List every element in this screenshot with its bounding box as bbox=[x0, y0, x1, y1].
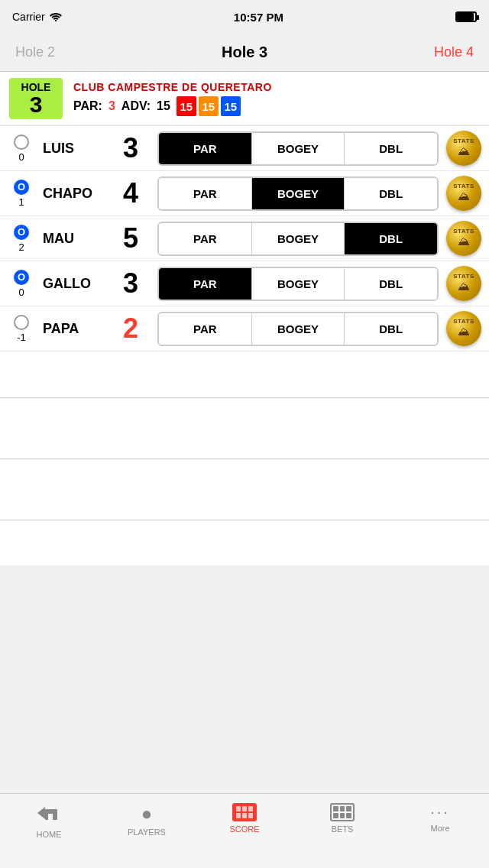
player-name-col-chapo: CHAPO bbox=[43, 186, 104, 202]
player-name-col-mau: MAU bbox=[43, 231, 104, 247]
wifi-icon bbox=[50, 12, 62, 21]
home-arrow-icon bbox=[37, 805, 60, 821]
empty-area bbox=[0, 351, 489, 565]
player-left-chapo: O 1 bbox=[8, 180, 35, 208]
tab-bets-label: BETS bbox=[332, 824, 354, 834]
bets-icon bbox=[330, 803, 355, 821]
score-buttons-luis[interactable]: PAR BOGEY DBL bbox=[157, 131, 439, 166]
stats-coin-chapo[interactable]: STATS ⛰ bbox=[446, 176, 481, 211]
hole-badge: HOLE 3 bbox=[9, 78, 63, 119]
bogey-button-luis[interactable]: BOGEY bbox=[252, 133, 345, 164]
player-strokes-luis: 3 bbox=[112, 132, 150, 164]
adv-value: 15 bbox=[157, 99, 170, 113]
player-indicator-luis bbox=[14, 134, 29, 150]
tab-score[interactable]: SCORE bbox=[196, 800, 293, 834]
par-button-chapo[interactable]: PAR bbox=[159, 178, 252, 209]
adv-box-blue: 15 bbox=[221, 96, 241, 116]
player-score-diff-papa: -1 bbox=[17, 332, 26, 343]
bogey-button-papa[interactable]: BOGEY bbox=[252, 313, 345, 345]
stats-label-luis: STATS bbox=[453, 138, 474, 144]
player-indicator-gallo: O bbox=[14, 270, 29, 285]
status-bar: Carrier 10:57 PM bbox=[0, 0, 489, 34]
score-buttons-gallo[interactable]: PAR BOGEY DBL bbox=[157, 267, 439, 301]
stats-icon-luis: ⛰ bbox=[458, 144, 470, 158]
stats-label-papa: STATS bbox=[453, 319, 474, 325]
stats-label-mau: STATS bbox=[453, 228, 474, 235]
player-name-chapo: CHAPO bbox=[43, 186, 104, 202]
player-strokes-gallo: 3 bbox=[112, 267, 150, 300]
bogey-button-chapo[interactable]: BOGEY bbox=[252, 178, 345, 209]
player-score-diff-luis: 0 bbox=[18, 151, 24, 163]
stats-coin-papa[interactable]: STATS ⛰ bbox=[446, 311, 481, 346]
status-time: 10:57 PM bbox=[234, 11, 283, 24]
stats-label-gallo: STATS bbox=[453, 274, 474, 280]
player-score-diff-chapo: 1 bbox=[18, 196, 24, 208]
player-strokes-papa: 2 bbox=[112, 313, 150, 345]
player-left-mau: O 2 bbox=[8, 225, 35, 253]
stats-coin-gallo[interactable]: STATS ⛰ bbox=[446, 266, 481, 301]
player-name-papa: PAPA bbox=[43, 321, 104, 337]
player-left-gallo: O 0 bbox=[8, 270, 35, 298]
score-buttons-chapo[interactable]: PAR BOGEY DBL bbox=[157, 177, 439, 211]
tab-more[interactable]: ··· More bbox=[391, 800, 489, 833]
current-hole-label: Hole 3 bbox=[222, 44, 267, 61]
tab-bets[interactable]: BETS bbox=[293, 800, 391, 834]
tab-players[interactable]: ● PLAYERS bbox=[98, 800, 196, 837]
player-name-gallo: GALLO bbox=[43, 276, 104, 292]
par-button-luis[interactable]: PAR bbox=[159, 133, 252, 164]
player-strokes-mau: 5 bbox=[112, 222, 150, 254]
divider-3 bbox=[0, 520, 489, 520]
tab-home[interactable]: HOME bbox=[0, 800, 98, 839]
prev-hole-button[interactable]: Hole 2 bbox=[15, 44, 55, 60]
more-icon: ··· bbox=[430, 803, 450, 821]
par-label: PAR: bbox=[73, 99, 102, 113]
dbl-button-papa[interactable]: DBL bbox=[345, 313, 437, 345]
player-row-chapo: O 1 CHAPO 4 PAR BOGEY DBL STATS ⛰ bbox=[0, 171, 489, 216]
bogey-button-mau[interactable]: BOGEY bbox=[252, 223, 345, 254]
stats-icon-gallo: ⛰ bbox=[458, 280, 470, 293]
par-adv-row: PAR: 3 ADV: 15 15 15 15 bbox=[73, 96, 272, 116]
battery-icon bbox=[455, 11, 477, 22]
player-indicator-mau: O bbox=[14, 225, 29, 240]
player-indicator-chapo: O bbox=[14, 180, 29, 195]
navigation-header: Hole 2 Hole 3 Hole 4 bbox=[0, 34, 489, 72]
player-name-mau: MAU bbox=[43, 231, 104, 247]
adv-box-orange: 15 bbox=[199, 96, 219, 116]
player-name-col-gallo: GALLO bbox=[43, 276, 104, 292]
player-name-luis: LUIS bbox=[43, 141, 104, 157]
stats-icon-papa: ⛰ bbox=[458, 325, 470, 338]
dbl-button-mau[interactable]: DBL bbox=[345, 223, 437, 254]
bogey-button-gallo[interactable]: BOGEY bbox=[252, 268, 345, 300]
score-buttons-mau[interactable]: PAR BOGEY DBL bbox=[157, 222, 439, 256]
players-list: 0 LUIS 3 PAR BOGEY DBL STATS ⛰ O 1 C bbox=[0, 126, 489, 351]
divider-2 bbox=[0, 458, 489, 459]
svg-marker-2 bbox=[37, 807, 45, 819]
dbl-button-chapo[interactable]: DBL bbox=[345, 178, 437, 209]
par-button-papa[interactable]: PAR bbox=[159, 313, 252, 345]
tab-bar: HOME ● PLAYERS SCORE BET bbox=[0, 793, 489, 868]
next-hole-button[interactable]: Hole 4 bbox=[434, 44, 474, 60]
par-button-mau[interactable]: PAR bbox=[159, 223, 252, 254]
player-row-papa: -1 PAPA 2 PAR BOGEY DBL STATS ⛰ bbox=[0, 306, 489, 351]
player-row: 0 LUIS 3 PAR BOGEY DBL STATS ⛰ bbox=[0, 126, 489, 171]
stats-coin-luis[interactable]: STATS ⛰ bbox=[446, 131, 481, 166]
stats-label-chapo: STATS bbox=[453, 183, 474, 189]
svg-point-0 bbox=[55, 20, 57, 21]
hole-details: CLUB CAMPESTRE DE QUERETARO PAR: 3 ADV: … bbox=[73, 78, 272, 119]
player-indicator-papa bbox=[14, 315, 29, 330]
divider-1 bbox=[0, 397, 489, 398]
tab-players-label: PLAYERS bbox=[128, 828, 166, 837]
main-content: HOLE 3 CLUB CAMPESTRE DE QUERETARO PAR: … bbox=[0, 72, 489, 565]
par-button-gallo[interactable]: PAR bbox=[159, 268, 252, 300]
score-buttons-papa[interactable]: PAR BOGEY DBL bbox=[157, 312, 439, 346]
dbl-button-luis[interactable]: DBL bbox=[345, 133, 437, 164]
player-left-papa: -1 bbox=[8, 315, 35, 343]
stats-icon-chapo: ⛰ bbox=[458, 189, 470, 203]
status-carrier: Carrier bbox=[12, 11, 62, 23]
home-icon bbox=[37, 803, 60, 827]
player-score-diff-gallo: 0 bbox=[18, 287, 24, 298]
stats-coin-mau[interactable]: STATS ⛰ bbox=[446, 221, 481, 256]
player-name-col-papa: PAPA bbox=[43, 321, 104, 337]
dbl-button-gallo[interactable]: DBL bbox=[345, 268, 437, 300]
player-row-mau: O 2 MAU 5 PAR BOGEY DBL STATS ⛰ bbox=[0, 216, 489, 261]
